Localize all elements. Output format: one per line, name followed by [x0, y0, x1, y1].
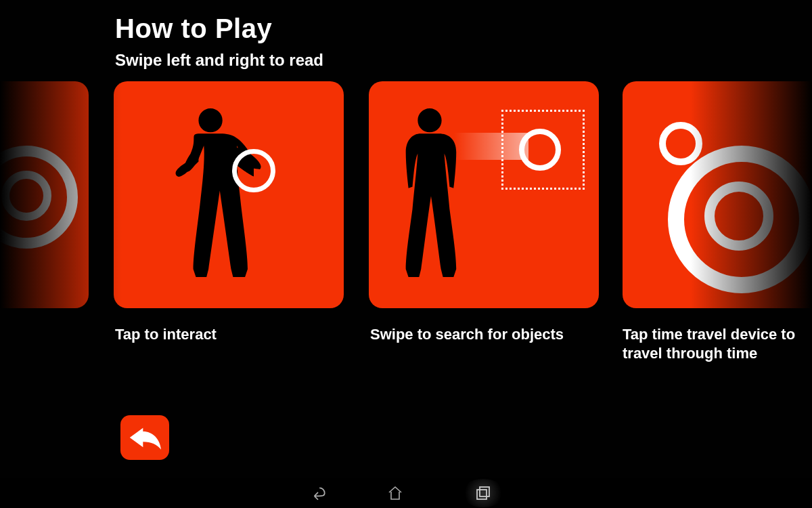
system-navbar: [0, 478, 812, 508]
tutorial-caption: Swipe to search for objects: [370, 325, 607, 344]
tutorial-caption: Tap time travel device to travel through…: [623, 325, 812, 362]
tutorial-carousel[interactable]: Tap to interact Swipe to search for obje…: [0, 81, 812, 379]
circle-target-icon: [519, 129, 561, 171]
nav-home-button[interactable]: [384, 482, 407, 505]
back-button[interactable]: [120, 415, 169, 460]
tutorial-card[interactable]: [0, 81, 89, 308]
svg-rect-0: [477, 490, 487, 499]
device-inner-ring-icon: [704, 182, 773, 251]
page-subtitle: Swipe left and right to read: [115, 51, 323, 70]
circle-target-icon: [232, 149, 275, 192]
nav-recent-button[interactable]: [461, 479, 505, 507]
person-silhouette-icon: [173, 108, 254, 281]
tutorial-card[interactable]: [114, 81, 344, 308]
recent-apps-icon: [475, 485, 491, 501]
device-small-ring-icon: [659, 122, 702, 165]
reply-arrow-icon: [129, 424, 161, 451]
home-icon: [387, 485, 403, 501]
nav-back-button[interactable]: [307, 482, 330, 505]
motion-blur-icon: [454, 133, 528, 160]
page-title: How to Play: [115, 14, 323, 44]
tutorial-card[interactable]: [369, 81, 599, 308]
back-icon: [309, 484, 327, 502]
tutorial-caption: Tap to interact: [115, 325, 352, 344]
svg-rect-1: [480, 487, 489, 496]
ring-icon: [1, 171, 51, 221]
tutorial-card[interactable]: [623, 81, 812, 308]
